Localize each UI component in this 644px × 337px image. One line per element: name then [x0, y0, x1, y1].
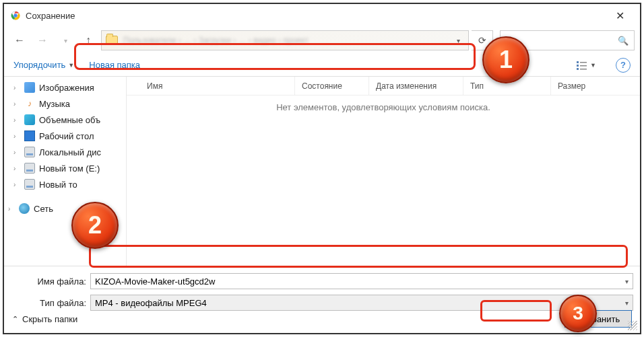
chevron-up-icon: ⌃ [12, 315, 18, 324]
svg-rect-4 [577, 65, 579, 67]
network-icon [19, 203, 30, 214]
expand-icon[interactable]: › [13, 116, 20, 124]
bottom-panel: Имя файла: KIZOA-Movie-Maker-ut5gcd2w ▾ … [4, 266, 640, 333]
dropdown-icon[interactable]: ▾ [625, 278, 629, 285]
hide-folders-toggle[interactable]: ⌃ Скрыть папки [12, 314, 77, 324]
filetype-label: Тип файла: [11, 298, 90, 308]
organize-label: Упорядочить [13, 60, 65, 70]
filename-label: Имя файла: [11, 276, 90, 287]
chrome-icon [11, 11, 20, 20]
help-button[interactable]: ? [616, 58, 631, 73]
save-dialog: Сохранение ✕ ← → ▾ ↑ Пользователи › … › … [4, 4, 640, 333]
expand-icon[interactable]: › [13, 100, 20, 108]
sidebar-label: Изображения [39, 83, 94, 93]
titlebar: Сохранение ✕ [4, 4, 640, 27]
filetype-value: MP4 - видеофайлы MPEG4 [95, 298, 207, 308]
column-headers: Имя Состояние Дата изменения Тип Размер [127, 77, 640, 96]
address-path: Пользователи › … › Загрузки › … › видео … [123, 36, 453, 45]
search-placeholder: эр [506, 36, 618, 46]
folder-icon [106, 36, 118, 45]
col-date[interactable]: Дата изменения [369, 77, 463, 95]
drive-icon [24, 163, 35, 174]
organize-button[interactable]: Упорядочить ▼ [13, 60, 74, 70]
sidebar-item-network[interactable]: ›Сеть [4, 200, 126, 217]
svg-rect-3 [577, 61, 579, 63]
save-button[interactable]: Сохранить [565, 310, 632, 328]
chevron-down-icon: ▼ [68, 62, 74, 69]
sidebar-item-images[interactable]: ›Изображения [4, 79, 126, 96]
search-input[interactable]: эр 🔍 [500, 30, 635, 50]
sidebar-label: Новый том (E:) [39, 163, 100, 174]
sidebar-item-3dobjects[interactable]: ›Объемные объ [4, 112, 126, 128]
desktop-icon [24, 130, 35, 141]
sidebar-item-desktop[interactable]: ›Рабочий стол [4, 128, 126, 144]
svg-rect-7 [580, 65, 587, 67]
sidebar-item-music[interactable]: ›♪Музыка [4, 96, 126, 112]
col-name[interactable]: Имя [127, 77, 295, 95]
address-bar[interactable]: Пользователи › … › Загрузки › … › видео … [101, 30, 469, 50]
file-list-pane: Имя Состояние Дата изменения Тип Размер … [127, 77, 640, 266]
hide-folders-label: Скрыть папки [22, 314, 77, 324]
sidebar-item-localdisk[interactable]: ›Локальный дис [4, 144, 126, 160]
search-icon: 🔍 [618, 36, 629, 46]
nav-forward[interactable]: → [32, 31, 53, 50]
col-type[interactable]: Тип [463, 77, 551, 95]
images-icon [24, 82, 35, 93]
sidebar: ›Изображения ›♪Музыка ›Объемные объ ›Раб… [4, 77, 127, 266]
view-options-button[interactable]: ▼ [572, 58, 601, 73]
expand-icon[interactable]: › [13, 165, 20, 172]
expand-icon[interactable]: › [13, 84, 20, 91]
nav-recent-dropdown[interactable]: ▾ [55, 31, 75, 50]
filename-input[interactable]: KIZOA-Movie-Maker-ut5gcd2w ▾ [90, 273, 633, 289]
address-dropdown-icon[interactable]: ▾ [453, 37, 464, 44]
sidebar-label: Объемные объ [39, 115, 100, 125]
new-folder-label: Новая папка [89, 60, 140, 70]
sidebar-item-volume[interactable]: ›Новый то [4, 176, 126, 192]
expand-icon[interactable]: › [13, 133, 20, 140]
chevron-down-icon: ▼ [590, 62, 596, 69]
empty-message: Нет элементов, удовлетворяющих условиям … [127, 96, 640, 266]
svg-rect-6 [580, 62, 587, 63]
col-size[interactable]: Размер [551, 77, 640, 95]
expand-icon[interactable]: › [13, 149, 20, 156]
expand-icon[interactable]: › [13, 181, 20, 188]
sidebar-item-volume-e[interactable]: ›Новый том (E:) [4, 160, 126, 176]
drive-icon [24, 179, 35, 190]
expand-icon[interactable]: › [8, 205, 15, 213]
toolbar: Упорядочить ▼ Новая папка ▼ ? [4, 54, 640, 77]
col-state[interactable]: Состояние [295, 77, 369, 95]
svg-rect-5 [577, 68, 579, 70]
sidebar-label: Рабочий стол [39, 131, 94, 141]
dropdown-icon[interactable]: ▾ [625, 299, 629, 307]
sidebar-label: Локальный дис [39, 147, 101, 157]
nav-up[interactable]: ↑ [78, 31, 98, 50]
resize-grip[interactable] [628, 321, 637, 330]
new-folder-button[interactable]: Новая папка [89, 60, 140, 70]
sidebar-label: Сеть [34, 204, 53, 214]
3d-icon [24, 114, 35, 125]
sidebar-label: Музыка [39, 99, 70, 109]
sidebar-label: Новый то [39, 180, 77, 190]
close-button[interactable]: ✕ [606, 9, 633, 22]
nav-back[interactable]: ← [9, 31, 30, 50]
window-title: Сохранение [26, 11, 75, 21]
svg-rect-8 [580, 69, 587, 70]
navbar: ← → ▾ ↑ Пользователи › … › Загрузки › … … [4, 27, 640, 54]
drive-icon [24, 147, 35, 157]
refresh-button[interactable]: ⟳ [472, 30, 493, 50]
music-icon: ♪ [24, 98, 35, 109]
filename-value: KIZOA-Movie-Maker-ut5gcd2w [95, 276, 215, 287]
